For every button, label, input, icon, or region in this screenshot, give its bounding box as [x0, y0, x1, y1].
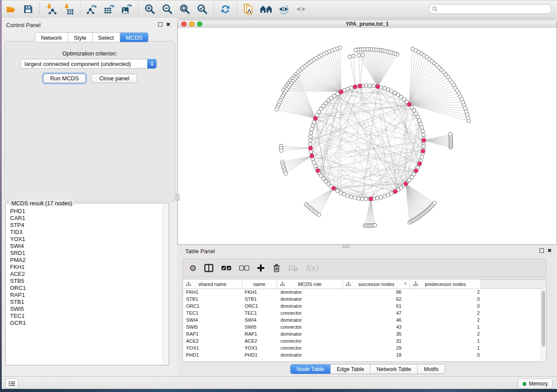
network-canvas[interactable]: [178, 28, 557, 244]
table-row[interactable]: TEC1TEC1connector472: [183, 309, 541, 316]
network-node[interactable]: [308, 139, 312, 142]
tab-motifs[interactable]: Motifs: [418, 364, 444, 374]
show-columns-icon[interactable]: [204, 263, 214, 273]
network-node[interactable]: [375, 196, 379, 200]
mcds-result-item[interactable]: FKH1: [10, 264, 163, 271]
tab-network-table[interactable]: Network Table: [370, 364, 418, 374]
network-hub-node[interactable]: [339, 90, 343, 94]
network-node[interactable]: [317, 213, 321, 217]
network-hub-node[interactable]: [414, 168, 418, 172]
mcds-result-item[interactable]: PMA2: [10, 257, 163, 264]
select-all-icon[interactable]: [221, 263, 232, 273]
export-image-icon[interactable]: [120, 3, 133, 15]
table-row[interactable]: SWI5SWI5connector431: [183, 323, 541, 330]
tab-select[interactable]: Select: [93, 33, 120, 42]
network-node[interactable]: [314, 164, 317, 168]
mcds-result-item[interactable]: PHD1: [10, 208, 163, 215]
network-node[interactable]: [349, 86, 353, 89]
mcds-result-item[interactable]: ORC1: [10, 285, 163, 292]
column-header-successor-nodes[interactable]: successor nodes∨: [343, 279, 410, 289]
network-node[interactable]: [349, 195, 353, 199]
network-hub-node[interactable]: [358, 84, 362, 88]
settings-icon[interactable]: ⚙: [189, 263, 197, 273]
network-node[interactable]: [357, 196, 360, 200]
hide-details-icon[interactable]: [277, 3, 290, 15]
network-node[interactable]: [416, 115, 419, 119]
network-node[interactable]: [390, 89, 393, 93]
tab-mcds[interactable]: MCDS: [120, 33, 148, 42]
network-node[interactable]: [312, 120, 315, 124]
mcds-result-item[interactable]: GCR1: [10, 320, 163, 327]
network-node[interactable]: [308, 142, 312, 146]
close-panel-icon[interactable]: ✖: [547, 248, 552, 253]
network-hub-node[interactable]: [332, 186, 336, 190]
tab-node-table[interactable]: Node Table: [291, 364, 331, 374]
mcds-result-item[interactable]: STB5: [10, 278, 163, 285]
network-node[interactable]: [275, 108, 278, 111]
table-scrollbar-thumb[interactable]: [542, 291, 545, 347]
network-hub-node[interactable]: [369, 197, 373, 201]
network-node[interactable]: [422, 133, 425, 137]
table-row[interactable]: STB1STB1dominator620: [183, 296, 541, 303]
network-hub-node[interactable]: [407, 102, 411, 106]
mcds-result-list[interactable]: PHD1CAR1STP4TID3YOX1SWI4SRD1PMA2FKH1ACE2…: [6, 208, 163, 364]
import-table-icon[interactable]: [62, 3, 75, 15]
binoculars-icon[interactable]: [259, 3, 273, 15]
network-hub-node[interactable]: [422, 138, 426, 142]
task-history-button[interactable]: [5, 378, 18, 389]
delete-row-icon[interactable]: [272, 263, 281, 273]
float-panel-icon[interactable]: [540, 248, 544, 253]
vertical-splitter-handle[interactable]: [176, 194, 180, 201]
zoom-fit-icon[interactable]: [178, 3, 191, 15]
mcds-result-scrollbar[interactable]: [163, 204, 168, 364]
network-node[interactable]: [390, 192, 393, 195]
memory-button[interactable]: Memory: [518, 378, 553, 389]
network-node[interactable]: [386, 88, 390, 91]
select-stepper-icon[interactable]: [147, 59, 156, 69]
horizontal-splitter-handle[interactable]: [343, 244, 349, 248]
apply-layout-icon[interactable]: [219, 3, 232, 15]
network-hub-node[interactable]: [308, 146, 312, 150]
column-header-shared-name[interactable]: shared name: [183, 279, 242, 289]
mcds-result-item[interactable]: YOX1: [10, 236, 163, 243]
float-panel-icon[interactable]: [158, 22, 163, 27]
network-hub-node[interactable]: [404, 182, 408, 186]
network-node[interactable]: [346, 87, 349, 91]
import-network-icon[interactable]: [45, 3, 58, 15]
network-hub-node[interactable]: [376, 85, 380, 89]
tab-style[interactable]: Style: [68, 33, 93, 42]
optimization-criterion-select[interactable]: largest connected component (undirected): [21, 59, 157, 69]
close-panel-icon[interactable]: ✖: [166, 22, 170, 27]
export-network-icon[interactable]: [85, 3, 98, 15]
mcds-result-item[interactable]: SRD1: [10, 250, 163, 257]
network-node[interactable]: [421, 129, 424, 133]
table-row[interactable]: SWI4SWI4dominator462: [183, 316, 541, 323]
show-details-icon[interactable]: [294, 3, 308, 15]
network-node[interactable]: [357, 54, 360, 57]
network-node[interactable]: [284, 172, 287, 175]
network-node[interactable]: [364, 197, 368, 201]
deselect-all-icon[interactable]: [239, 263, 249, 273]
network-hub-node[interactable]: [353, 85, 357, 89]
network-node[interactable]: [372, 84, 375, 88]
network-hub-node[interactable]: [316, 168, 320, 172]
network-node[interactable]: [352, 54, 355, 58]
search-box[interactable]: [429, 4, 552, 14]
network-node[interactable]: [353, 196, 356, 199]
table-row[interactable]: FKH1FKH1dominator962: [183, 289, 541, 296]
table-row[interactable]: PHD1PHD1dominator180: [183, 351, 541, 358]
mcds-result-item[interactable]: CAR1: [10, 215, 163, 222]
network-hub-node[interactable]: [393, 189, 397, 193]
column-header-mcds-role[interactable]: MCDS role: [277, 279, 343, 289]
network-node[interactable]: [280, 149, 283, 152]
network-node[interactable]: [368, 84, 371, 87]
network-node[interactable]: [348, 55, 352, 58]
network-node[interactable]: [379, 196, 383, 199]
network-node[interactable]: [354, 48, 357, 52]
network-node[interactable]: [373, 224, 377, 227]
network-node[interactable]: [419, 122, 422, 126]
network-hub-node[interactable]: [314, 116, 318, 120]
network-node[interactable]: [360, 197, 364, 200]
network-node[interactable]: [343, 193, 346, 196]
run-mcds-button[interactable]: Run MCDS: [43, 74, 86, 83]
